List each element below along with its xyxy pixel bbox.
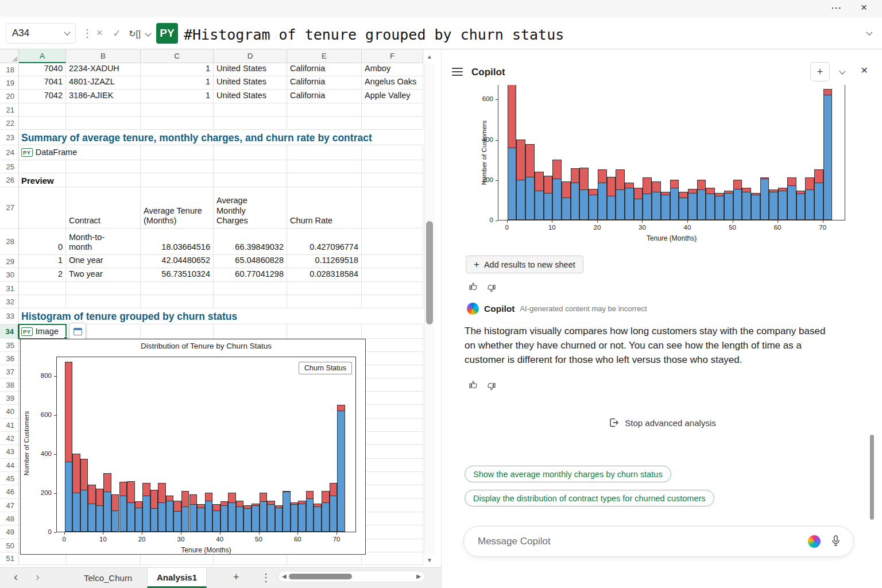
grid-cell-C29[interactable]: 42.04480652 (141, 255, 214, 268)
row-header-20[interactable]: 20 (0, 90, 19, 103)
grid-cell-E20[interactable]: California (287, 90, 362, 103)
scroll-up-arrow[interactable]: ▲ (424, 51, 435, 62)
row-header-31[interactable]: 31 (0, 282, 19, 295)
scroll-left-arrow[interactable]: ◀ (282, 573, 287, 579)
new-chat-icon[interactable]: + (810, 62, 830, 82)
grid-cell-A25[interactable] (19, 160, 66, 173)
grid-cell-E26[interactable] (287, 173, 362, 187)
grid-cell-F35[interactable] (362, 339, 423, 352)
grid-cell-E34[interactable] (287, 324, 362, 339)
grid-cell-F24[interactable] (362, 145, 423, 160)
grid-cell-A29[interactable]: 1 (19, 255, 66, 268)
grid-cell-A22[interactable] (19, 117, 66, 130)
row-header-23[interactable]: 23 (0, 130, 19, 145)
column-header-A[interactable]: A (19, 49, 66, 63)
grid-cell-F19[interactable]: Angelus Oaks (362, 76, 423, 90)
row-header-30[interactable]: 30 (0, 268, 19, 282)
grid-cell-F39[interactable] (362, 392, 423, 405)
stop-advanced-analysis[interactable]: Stop advanced analysis (442, 417, 882, 428)
grid-cell-F28[interactable] (362, 229, 423, 255)
grid-cell-F40[interactable] (362, 405, 423, 419)
row-header-33[interactable]: 33 (0, 308, 19, 324)
grid-cell-B18[interactable]: 2234-XADUH (66, 63, 141, 76)
grid-cell-F42[interactable] (362, 432, 423, 445)
grid-cell-D19[interactable]: United States (214, 76, 287, 90)
row-header-40[interactable]: 40 (0, 405, 19, 419)
grid-cell-C20[interactable]: 1 (141, 90, 214, 103)
grid-cell-F26[interactable] (362, 173, 423, 187)
grid-cell-F25[interactable] (362, 160, 423, 173)
sheet-options-icon[interactable]: ⋮ (261, 571, 271, 584)
grid-cell-C30[interactable]: 56.73510324 (141, 268, 214, 282)
menu-icon[interactable] (452, 65, 463, 78)
row-header-19[interactable]: 19 (0, 76, 19, 90)
grid-cell-B30[interactable]: Two year (66, 268, 141, 282)
grid-cell-F37[interactable] (362, 365, 423, 378)
grid-cell-F47[interactable] (362, 499, 423, 512)
grid-cell-C28[interactable]: 18.03664516 (141, 229, 214, 255)
row-header-36[interactable]: 36 (0, 352, 19, 365)
grid-cell-E29[interactable]: 0.11269518 (287, 255, 362, 268)
grid-cell-F45[interactable] (362, 472, 423, 485)
more-options-icon[interactable]: ⋯ (831, 1, 842, 14)
thumbs-up-icon[interactable] (468, 281, 479, 294)
scroll-down-arrow[interactable]: ▼ (424, 554, 435, 566)
grid-cell-A27[interactable] (19, 187, 66, 229)
horizontal-scrollbar-thumb[interactable] (289, 574, 352, 579)
row-header-39[interactable]: 39 (0, 392, 19, 405)
row-header-38[interactable]: 38 (0, 378, 19, 392)
copilot-logo-icon[interactable] (808, 535, 821, 548)
suggestion-pill[interactable]: Show the average monthly charges by chur… (465, 466, 671, 482)
grid-cell-F44[interactable] (362, 459, 423, 472)
grid-cell-B19[interactable]: 4801-JZAZL (66, 76, 141, 90)
row-header-25[interactable]: 25 (0, 160, 19, 173)
grid-cell-B25[interactable] (66, 160, 141, 173)
row-header-47[interactable]: 47 (0, 499, 19, 512)
grid-cell-C32[interactable] (141, 295, 214, 308)
grid-cell-F31[interactable] (362, 282, 423, 295)
pane-scrollbar-thumb[interactable] (870, 435, 874, 520)
row-header-32[interactable]: 32 (0, 295, 19, 308)
grid-cell-E33[interactable] (287, 308, 362, 324)
message-copilot-input[interactable] (478, 536, 808, 547)
grid-cell-F46[interactable] (362, 485, 423, 499)
mic-icon[interactable] (830, 535, 842, 549)
copilot-chart-image[interactable]: 0200400600800010203040506070Tenure (Mont… (466, 85, 846, 246)
row-header-46[interactable]: 46 (0, 485, 19, 499)
row-header-21[interactable]: 21 (0, 103, 19, 117)
next-sheet-icon[interactable]: › (36, 570, 40, 583)
grid-cell-B32[interactable] (66, 295, 141, 308)
grid-cell-F49[interactable] (362, 525, 423, 539)
grid-cell-C34[interactable] (141, 324, 214, 339)
column-header-E[interactable]: E (287, 49, 362, 63)
grid-cell-E25[interactable] (287, 160, 362, 173)
row-header-42[interactable]: 42 (0, 432, 19, 445)
row-header-37[interactable]: 37 (0, 365, 19, 378)
grid-cell-F29[interactable] (362, 255, 423, 268)
grid-cell-D31[interactable] (214, 282, 287, 295)
add-sheet-icon[interactable]: + (233, 571, 239, 583)
grid-cell-F43[interactable] (362, 445, 423, 459)
grid-cell-B27[interactable]: Contract (66, 187, 141, 229)
row-header-44[interactable]: 44 (0, 459, 19, 472)
grid-cell-B29[interactable]: One year (66, 255, 141, 268)
grid-cell-F30[interactable] (362, 268, 423, 282)
grid-cell-E28[interactable]: 0.427096774 (287, 229, 362, 255)
row-header-49[interactable]: 49 (0, 525, 19, 539)
grid-cell-E32[interactable] (287, 295, 362, 308)
grid-cell-D27[interactable]: Average Monthly Charges (214, 187, 287, 229)
collapse-pane-icon[interactable] (839, 68, 845, 74)
grid-cell-D29[interactable]: 65.04860828 (214, 255, 287, 268)
grid-cell-E21[interactable] (287, 103, 362, 117)
grid-cell-C21[interactable] (141, 103, 214, 117)
grid-cell-F22[interactable] (362, 117, 423, 130)
grid-cell-D20[interactable]: United States (214, 90, 287, 103)
message-copilot-box[interactable] (463, 526, 854, 557)
row-header-29[interactable]: 29 (0, 255, 19, 268)
cancel-icon[interactable]: × (96, 27, 103, 39)
grid-cell-E31[interactable] (287, 282, 362, 295)
grid-cell-E19[interactable]: California (287, 76, 362, 90)
prev-sheet-icon[interactable]: ‹ (14, 570, 18, 583)
embedded-chart-image[interactable]: Distribution of Tenure by Churn StatusNu… (20, 339, 366, 555)
grid-cell-D32[interactable] (214, 295, 287, 308)
